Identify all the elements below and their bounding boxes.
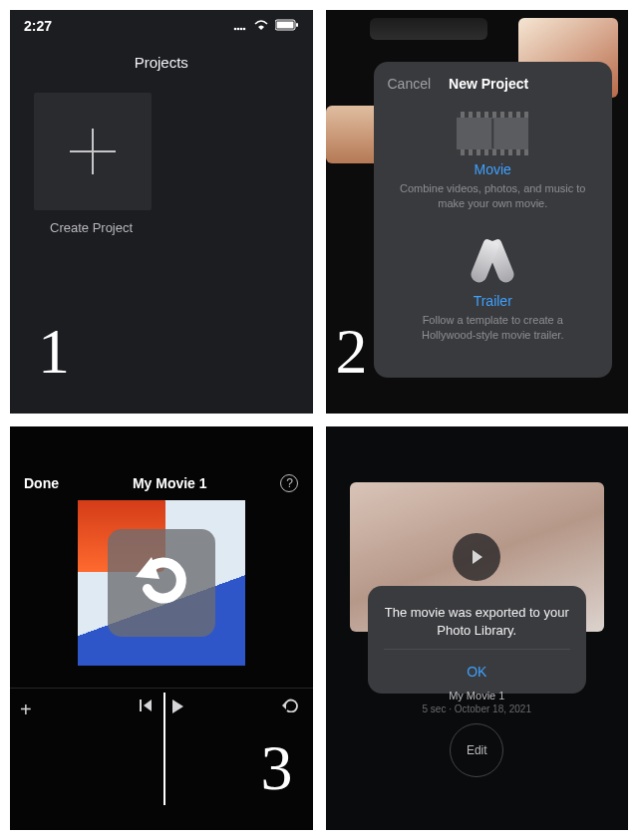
play-icon xyxy=(468,548,485,566)
svg-rect-5 xyxy=(276,22,293,29)
panel-projects: 2:27 Projects Create Project 1 xyxy=(10,10,313,414)
status-time: 2:27 xyxy=(24,18,52,34)
wifi-icon xyxy=(253,18,269,34)
movie-meta: 5 sec · October 18, 2021 xyxy=(326,703,629,714)
export-message: The movie was exported to your Photo Lib… xyxy=(384,604,571,639)
cellular-icon xyxy=(233,18,247,34)
status-bar: 2:27 xyxy=(10,10,313,34)
panel-new-project: Cancel New Project Movie Combine videos,… xyxy=(326,10,629,414)
rotate-icon xyxy=(130,549,193,617)
panel-export: The movie was exported to your Photo Lib… xyxy=(326,426,629,830)
battery-icon xyxy=(275,18,299,34)
option-trailer-title: Trailer xyxy=(392,293,595,309)
cancel-button[interactable]: Cancel xyxy=(388,76,432,92)
option-trailer-desc: Follow a template to create a Hollywood-… xyxy=(392,313,595,343)
option-movie-desc: Combine videos, photos, and music to mak… xyxy=(392,181,595,211)
panel-editor: Done My Movie 1 ? + xyxy=(10,426,313,830)
edit-button[interactable]: Edit xyxy=(450,723,503,777)
step-number: 2 xyxy=(336,320,368,384)
create-project-label: Create Project xyxy=(50,220,313,235)
video-preview[interactable] xyxy=(78,500,245,666)
svg-point-1 xyxy=(236,28,239,31)
play-icon[interactable] xyxy=(169,699,185,718)
spotlight-icon xyxy=(463,239,522,287)
svg-point-0 xyxy=(233,28,236,31)
new-project-sheet: Cancel New Project Movie Combine videos,… xyxy=(374,62,613,378)
filmstrip-icon xyxy=(457,112,528,155)
undo-icon[interactable] xyxy=(281,699,299,716)
playhead[interactable] xyxy=(163,693,165,805)
svg-point-3 xyxy=(242,28,245,31)
add-media-button[interactable]: + xyxy=(20,699,32,721)
rotate-overlay xyxy=(108,529,215,637)
option-movie-title: Movie xyxy=(392,161,595,177)
done-button[interactable]: Done xyxy=(24,475,59,491)
svg-point-2 xyxy=(239,28,242,31)
play-button[interactable] xyxy=(453,533,500,581)
option-movie[interactable]: Movie Combine videos, photos, and music … xyxy=(374,100,613,225)
page-title: Projects xyxy=(10,54,313,71)
editor-title: My Movie 1 xyxy=(133,475,207,491)
export-dialog: The movie was exported to your Photo Lib… xyxy=(368,586,587,694)
create-project-tile[interactable] xyxy=(34,93,152,210)
movie-info: My Movie 1 5 sec · October 18, 2021 xyxy=(326,690,629,714)
option-trailer[interactable]: Trailer Follow a template to create a Ho… xyxy=(374,225,613,357)
svg-rect-6 xyxy=(296,23,298,27)
step-number: 3 xyxy=(261,736,293,800)
sheet-title: New Project xyxy=(449,76,598,92)
status-right xyxy=(233,18,299,34)
edit-label: Edit xyxy=(467,743,487,757)
previous-icon[interactable] xyxy=(140,699,154,715)
timeline[interactable]: + xyxy=(10,688,313,735)
help-icon[interactable]: ? xyxy=(280,474,298,492)
plus-icon xyxy=(70,129,116,174)
svg-rect-7 xyxy=(140,700,142,711)
ok-button[interactable]: OK xyxy=(384,649,571,694)
step-number: 1 xyxy=(38,320,70,384)
movie-name: My Movie 1 xyxy=(326,690,629,701)
